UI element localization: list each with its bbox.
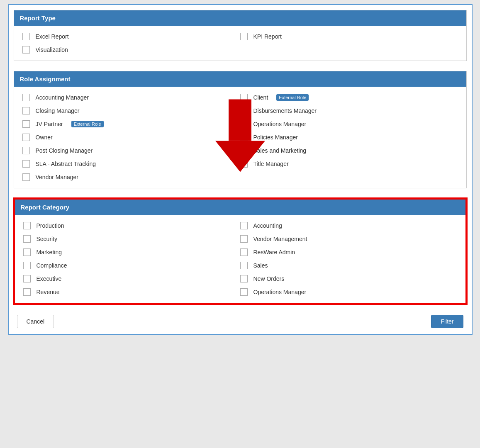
role-col-left-7: Vendor Manager xyxy=(22,173,240,181)
accounting-checkbox[interactable] xyxy=(240,222,248,229)
vendor-management-checkbox[interactable] xyxy=(240,235,248,243)
report-type-header: Report Type xyxy=(14,10,466,26)
executive-checkbox[interactable] xyxy=(23,275,31,282)
marketing-checkbox[interactable] xyxy=(23,248,31,256)
modal-footer: Cancel Filter xyxy=(9,309,472,334)
role-col-right-2: Disbursements Manager xyxy=(240,107,458,114)
operations-manager-checkbox[interactable] xyxy=(240,120,248,128)
excel-report-label: Excel Report xyxy=(36,33,69,40)
role-row-4: Owner Policies Manager xyxy=(22,131,458,144)
operations-manager-cat-label: Operations Manager xyxy=(253,289,307,295)
role-col-left-1: Accounting Manager xyxy=(22,94,240,101)
policies-manager-checkbox[interactable] xyxy=(240,134,248,141)
report-type-row-2: Visualization xyxy=(22,43,458,56)
report-type-section: Report Type Excel Report KPI Report Visu… xyxy=(14,10,467,61)
report-category-body: Production Accounting Security Vendor Ma… xyxy=(15,215,465,303)
client-checkbox[interactable] xyxy=(240,94,248,101)
visualization-label: Visualization xyxy=(36,46,68,53)
accounting-manager-label: Accounting Manager xyxy=(36,94,89,101)
role-col-right-3: Operations Manager xyxy=(240,120,458,128)
role-assignment-header: Role Assignment xyxy=(14,71,466,87)
report-type-col-left-1: Excel Report xyxy=(22,33,240,40)
role-col-right-6: Title Manager xyxy=(240,160,458,168)
category-col-right-3: ResWare Admin xyxy=(240,248,457,256)
category-col-left-1: Production xyxy=(23,222,240,229)
operations-manager-label: Operations Manager xyxy=(253,121,307,127)
sales-checkbox[interactable] xyxy=(240,262,248,269)
filter-button[interactable]: Filter xyxy=(431,315,463,328)
owner-checkbox[interactable] xyxy=(22,134,30,141)
post-closing-manager-checkbox[interactable] xyxy=(22,147,30,154)
kpi-report-label: KPI Report xyxy=(253,33,282,40)
accounting-manager-checkbox[interactable] xyxy=(22,94,30,101)
executive-label: Executive xyxy=(37,275,62,282)
new-orders-label: New Orders xyxy=(253,275,285,282)
sales-marketing-checkbox[interactable] xyxy=(240,147,248,154)
sla-abstract-label: SLA - Abstract Tracking xyxy=(36,161,96,167)
disbursements-manager-checkbox[interactable] xyxy=(240,107,248,114)
sla-abstract-checkbox[interactable] xyxy=(22,160,30,168)
modal-container: Report Type Excel Report KPI Report Visu… xyxy=(8,4,473,335)
disbursements-manager-label: Disbursements Manager xyxy=(253,107,317,114)
report-type-col-right-1: KPI Report xyxy=(240,33,458,40)
security-checkbox[interactable] xyxy=(23,235,31,243)
role-col-right-5: Sales and Marketing xyxy=(240,147,458,154)
role-col-left-2: Closing Manager xyxy=(22,107,240,114)
report-category-header: Report Category xyxy=(15,200,465,215)
role-row-7: Vendor Manager xyxy=(22,170,458,184)
category-row-1: Production Accounting xyxy=(23,219,457,232)
owner-label: Owner xyxy=(36,134,53,141)
role-col-right-4: Policies Manager xyxy=(240,134,458,141)
new-orders-checkbox[interactable] xyxy=(240,275,248,282)
role-col-left-5: Post Closing Manager xyxy=(22,147,240,154)
visualization-checkbox[interactable] xyxy=(22,46,30,54)
report-type-row-1: Excel Report KPI Report xyxy=(22,30,458,43)
excel-report-checkbox[interactable] xyxy=(22,33,30,40)
category-col-right-5: New Orders xyxy=(240,275,457,282)
sales-marketing-label: Sales and Marketing xyxy=(253,147,307,154)
category-col-left-5: Executive xyxy=(23,275,240,282)
compliance-label: Compliance xyxy=(37,262,67,269)
revenue-checkbox[interactable] xyxy=(23,288,31,296)
resware-admin-checkbox[interactable] xyxy=(240,248,248,256)
category-col-right-4: Sales xyxy=(240,262,457,269)
post-closing-manager-label: Post Closing Manager xyxy=(36,147,93,154)
vendor-manager-checkbox[interactable] xyxy=(22,173,30,181)
role-assignment-section: Role Assignment Accounting Manager Clien… xyxy=(14,71,467,188)
production-label: Production xyxy=(37,222,64,229)
sales-label: Sales xyxy=(253,262,268,269)
production-checkbox[interactable] xyxy=(23,222,31,229)
closing-manager-checkbox[interactable] xyxy=(22,107,30,114)
title-manager-checkbox[interactable] xyxy=(240,160,248,168)
category-row-6: Revenue Operations Manager xyxy=(23,285,457,299)
role-row-5: Post Closing Manager Sales and Marketing xyxy=(22,144,458,157)
client-external-badge: External Role xyxy=(276,94,309,101)
category-row-2: Security Vendor Management xyxy=(23,232,457,246)
role-row-1: Accounting Manager Client External Role xyxy=(22,91,458,104)
jv-partner-checkbox[interactable] xyxy=(22,120,30,128)
category-col-left-4: Compliance xyxy=(23,262,240,269)
kpi-report-checkbox[interactable] xyxy=(240,33,248,40)
category-col-left-2: Security xyxy=(23,235,240,243)
marketing-label: Marketing xyxy=(37,249,62,256)
category-col-left-3: Marketing xyxy=(23,248,240,256)
category-col-right-1: Accounting xyxy=(240,222,457,229)
compliance-checkbox[interactable] xyxy=(23,262,31,269)
category-row-5: Executive New Orders xyxy=(23,272,457,285)
cancel-button[interactable]: Cancel xyxy=(17,315,54,328)
title-manager-label: Title Manager xyxy=(253,161,289,167)
role-col-right-1: Client External Role xyxy=(240,94,458,101)
role-col-left-3: JV Partner External Role xyxy=(22,120,240,128)
operations-manager-cat-checkbox[interactable] xyxy=(240,288,248,296)
resware-admin-label: ResWare Admin xyxy=(253,249,295,256)
report-category-section: Report Category Production Accounting Se… xyxy=(14,198,467,304)
closing-manager-label: Closing Manager xyxy=(36,107,80,114)
revenue-label: Revenue xyxy=(37,289,60,295)
jv-partner-label: JV Partner xyxy=(36,121,63,127)
client-label: Client xyxy=(253,94,268,101)
role-row-6: SLA - Abstract Tracking Title Manager xyxy=(22,157,458,170)
role-assignment-body: Accounting Manager Client External Role … xyxy=(14,87,466,188)
report-type-col-left-2: Visualization xyxy=(22,46,240,54)
jv-partner-external-badge: External Role xyxy=(71,121,104,127)
report-type-body: Excel Report KPI Report Visualization xyxy=(14,26,466,61)
